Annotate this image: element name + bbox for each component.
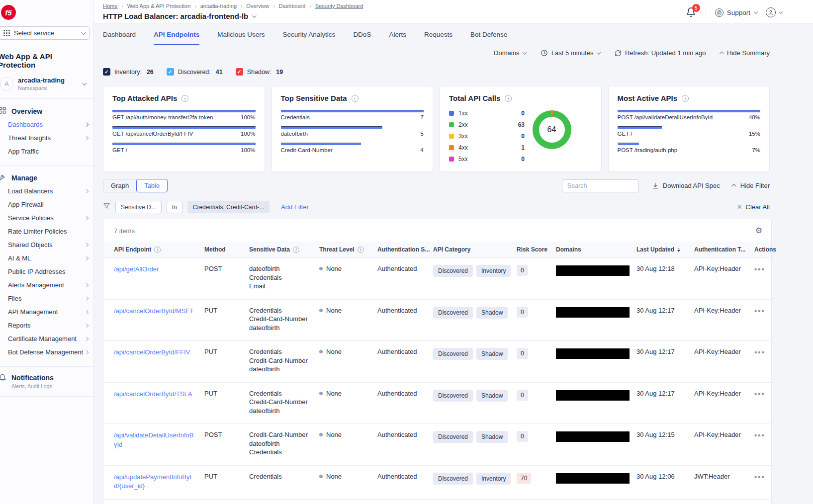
domains-dropdown[interactable]: Domains (494, 49, 526, 57)
row-actions-button[interactable]: ••• (754, 390, 765, 398)
column-header-api-endpoint[interactable]: API Endpointi (114, 246, 204, 253)
filter-field-select[interactable]: Sensitive D... (115, 201, 162, 213)
add-filter-button[interactable]: Add Filter (281, 203, 309, 211)
sidebar-item-label: AI & ML (8, 254, 31, 262)
clear-all-button[interactable]: ✕ Clear All (737, 203, 770, 211)
column-header-actions[interactable]: Actions (754, 246, 776, 253)
info-icon[interactable]: i (154, 247, 161, 253)
column-header-authentication-s-[interactable]: Authentication S... (377, 246, 433, 253)
api-endpoint-link[interactable]: /api/cancelOrderById/MSFT (114, 307, 204, 316)
tab-security-analytics[interactable]: Security Analytics (283, 31, 336, 45)
sensitive-data-item: Credentials (249, 390, 319, 398)
sidebar-item-alerts-management[interactable]: Alerts Management (0, 278, 93, 292)
row-actions-button[interactable]: ••• (754, 348, 765, 356)
legend-label: 3xx (458, 133, 468, 140)
last-updated-cell: 30 Aug 12:17 (636, 390, 694, 397)
info-icon[interactable]: i (181, 95, 188, 102)
time-range-dropdown[interactable]: Last 5 minutes (541, 49, 600, 57)
risk-score-badge: 0 (517, 390, 528, 401)
tab-bot-defense[interactable]: Bot Defense (470, 31, 507, 45)
hide-summary-button[interactable]: Hide Summary (721, 49, 770, 57)
api-endpoint-link[interactable]: /api/cancelOrderById/FFIV (114, 348, 204, 357)
api-endpoint-link[interactable]: /api/validateDetailUserInfoById (114, 431, 204, 450)
tab-malicious-users[interactable]: Malicious Users (217, 31, 265, 45)
account-menu[interactable] (766, 7, 782, 17)
info-icon[interactable]: i (682, 95, 689, 102)
sidebar-item-api-management[interactable]: API Management (0, 305, 93, 319)
tab-requests[interactable]: Requests (424, 31, 452, 45)
breadcrumb-item[interactable]: Overview (246, 3, 269, 9)
column-header-sensitive-data[interactable]: Sensitive Datai (249, 246, 319, 253)
refresh-button[interactable]: Refresh: Updated 1 min ago (615, 49, 706, 57)
gear-icon[interactable]: ⚙ (755, 227, 762, 235)
sidebar-item-shared-objects[interactable]: Shared Objects (0, 238, 93, 252)
filter-operator-select[interactable]: In (167, 201, 182, 213)
column-header-method[interactable]: Method (204, 246, 249, 253)
sidebar-item-reports[interactable]: Reports (0, 319, 93, 332)
column-header-domains[interactable]: Domains (556, 246, 636, 253)
breadcrumb-item[interactable]: Dashboard (279, 3, 306, 9)
hide-filter-button[interactable]: Hide Filter (733, 182, 770, 189)
row-actions-button[interactable]: ••• (754, 473, 765, 481)
last-updated-cell: 30 Aug 12:18 (636, 265, 694, 272)
column-header-risk-score[interactable]: Risk Score (517, 246, 556, 253)
sidebar-item-rate-limiter-policies[interactable]: Rate Limiter Policies (0, 225, 93, 238)
sidebar-item-dashboards[interactable]: Dashboards (0, 118, 93, 131)
column-header-api-category[interactable]: API Category (433, 246, 517, 253)
search-input[interactable] (562, 179, 639, 192)
sidebar-item-load-balancers[interactable]: Load Balancers (0, 184, 93, 198)
sidebar-item-bot-defense-management[interactable]: Bot Defense Management (0, 345, 93, 359)
tab-alerts[interactable]: Alerts (389, 31, 406, 45)
api-endpoint-link[interactable]: /api/getAllOrder (114, 265, 204, 274)
info-icon[interactable]: i (293, 247, 299, 253)
chevron-right-icon (84, 283, 88, 287)
checkbox-inventory[interactable]: ✓Inventory:26 (103, 68, 154, 76)
graph-view-button[interactable]: Graph (103, 179, 136, 192)
page-title[interactable]: HTTP Load Balancer: arcadia-frontend-lb (103, 12, 363, 20)
checkbox-shadow[interactable]: ✓Shadow:19 (236, 68, 283, 76)
namespace-selector[interactable]: A arcadia-trading Namespace (0, 77, 90, 91)
auth-status-cell: Authenticated (377, 390, 433, 397)
table-view-button[interactable]: Table (136, 179, 168, 192)
info-icon[interactable]: i (358, 247, 364, 253)
sidebar-item-service-policies[interactable]: Service Policies (0, 211, 93, 225)
breadcrumb-item[interactable]: Home (103, 3, 117, 9)
api-endpoint-link[interactable]: /api/cancelOrderById/TSLA (114, 390, 204, 399)
sort-icon[interactable] (677, 248, 680, 252)
breadcrumb-item[interactable]: Security Dashboard (315, 3, 363, 9)
api-endpoint-link[interactable]: /api/updatePaymentInfoById/{user_id} (114, 473, 204, 492)
breadcrumb-item[interactable]: Web App & API Protection (127, 3, 191, 9)
tab-api-endpoints[interactable]: API Endpoints (154, 31, 199, 45)
sidebar-item-app-traffic[interactable]: App Traffic (0, 145, 93, 158)
summary-toolbar: Domains Last 5 minutes Refresh: Updated … (103, 49, 770, 57)
checkbox-discovered[interactable]: ✓Discovered:41 (167, 68, 223, 76)
sidebar-item-certificate-management[interactable]: Certificate Management (0, 332, 93, 345)
bar (618, 110, 761, 112)
notifications-bell-button[interactable]: 5 (686, 7, 697, 18)
info-icon[interactable]: i (352, 95, 359, 102)
column-header-threat-level[interactable]: Threat Leveli (319, 246, 377, 253)
tab-dashboard[interactable]: Dashboard (103, 31, 136, 45)
sidebar-item-files[interactable]: Files (0, 292, 93, 305)
breadcrumb-item[interactable]: arcadia-trading (200, 3, 237, 9)
column-header-authentication-t-[interactable]: Authentication T... (694, 246, 754, 253)
tab-ddos[interactable]: DDoS (353, 31, 371, 45)
bar-value: 4 (421, 147, 424, 153)
sidebar-item-app-firewall[interactable]: App Firewall (0, 198, 93, 211)
row-actions-button[interactable]: ••• (754, 431, 765, 439)
info-icon[interactable]: i (505, 95, 512, 102)
select-service-dropdown[interactable]: Select service (0, 26, 90, 40)
sidebar-item-public-ip-addresses[interactable]: Public IP Addresses (0, 265, 93, 278)
service-title: Web App & API Protection (0, 52, 90, 69)
sidebar-item-notifications[interactable]: Notifications Alerts, Audit Logs (0, 367, 93, 397)
sidebar-item-threat-insights[interactable]: Threat Insights (0, 131, 93, 145)
sidebar-item-ai-ml[interactable]: AI & ML (0, 252, 93, 265)
support-menu[interactable]: @ Support (715, 8, 757, 17)
row-actions-button[interactable]: ••• (754, 265, 765, 273)
column-header-last-updated[interactable]: Last Updated (636, 246, 694, 253)
table-row: /api/cancelOrderById/MSFTPUTCredentialsC… (103, 299, 771, 341)
download-api-spec-button[interactable]: Download API Spec (652, 182, 720, 189)
notification-badge: 5 (692, 4, 700, 12)
filter-value-chip[interactable]: Credentials, Credit-Card-... (187, 201, 270, 213)
row-actions-button[interactable]: ••• (754, 307, 765, 315)
